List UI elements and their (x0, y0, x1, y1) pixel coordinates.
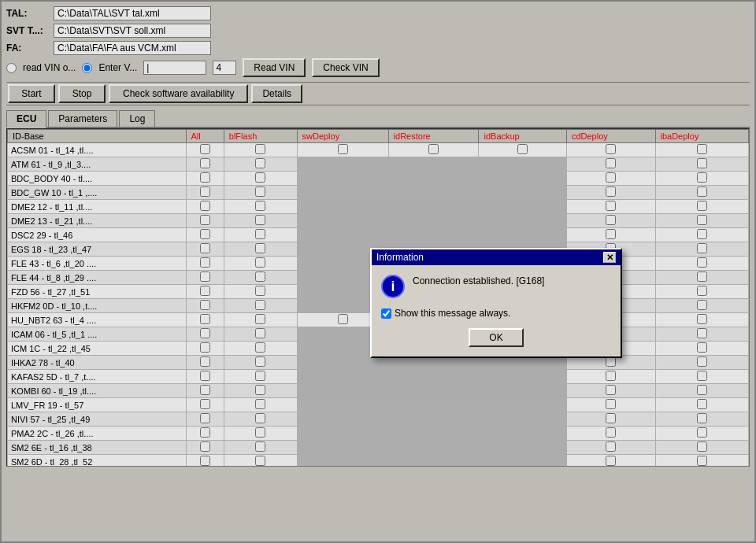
modal-close-button[interactable]: ✕ (603, 252, 616, 263)
modal-overlay: Information ✕ i Connection established. … (2, 2, 754, 541)
show-always-checkbox[interactable] (381, 308, 391, 319)
main-window: TAL: C:\Data\TAL\SVT tal.xml SVT T...: C… (0, 0, 756, 543)
show-always-label: Show this message always. (395, 308, 510, 319)
modal-message-text: Connection established. [G168] (413, 275, 544, 288)
modal-button-row: OK (381, 328, 611, 347)
show-always-row: Show this message always. (381, 308, 611, 319)
ok-button[interactable]: OK (469, 328, 523, 347)
modal-title-text: Information (376, 252, 424, 263)
info-icon: i (381, 275, 405, 298)
modal-body: i Connection established. [G168] Show th… (372, 265, 621, 356)
information-dialog: Information ✕ i Connection established. … (370, 248, 622, 358)
modal-message-row: i Connection established. [G168] (381, 275, 611, 298)
modal-title-bar: Information ✕ (372, 249, 621, 265)
